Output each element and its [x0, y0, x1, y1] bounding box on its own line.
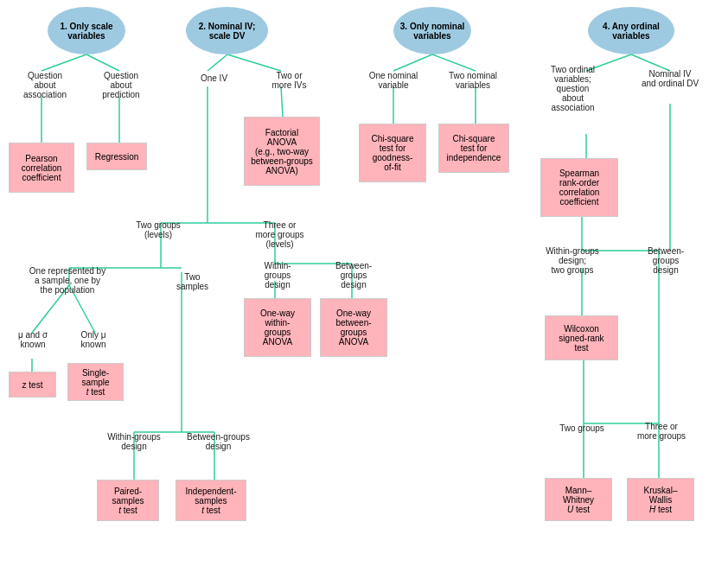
svg-line-5	[227, 54, 281, 71]
box-ow-within: One-waywithin-groupsANOVA	[244, 298, 311, 357]
chart-container: 1. Only scale variables 2. Nominal IV;sc…	[0, 0, 728, 579]
label-two-ordinal: Two ordinalvariables;questionaboutassoci…	[532, 65, 614, 112]
box-factorial-anova: FactorialANOVA(e.g., two-waybetween-grou…	[244, 117, 320, 186]
box-spearman: Spearmanrank-ordercorrelationcoefficient	[540, 158, 618, 217]
box-pearson: Pearsoncorrelationcoefficient	[9, 143, 74, 193]
box-wilcoxon: Wilcoxonsigned-ranktest	[545, 315, 618, 360]
box-regression: Regression	[86, 143, 147, 170]
box-chisq-ind: Chi-squaretest forindependence	[438, 124, 509, 173]
box-z-test: z test	[9, 372, 56, 398]
svg-line-0	[42, 54, 86, 71]
label-two-groups: Two groups(levels)	[124, 220, 193, 239]
label-two-grp-right: Two groups	[552, 423, 612, 433]
oval-3: 3. Only nominalvariables	[393, 7, 471, 54]
label-three-more-grp: Three ormore groups	[627, 422, 696, 441]
label-three-groups: Three ormore groups(levels)	[247, 220, 312, 249]
label-mu-only: Only μknown	[67, 330, 119, 349]
label-one-represented: One represented bya sample, one bythe po…	[16, 266, 119, 295]
box-single-t: Single-samplet test	[67, 363, 124, 401]
label-one-iv: One IV	[190, 73, 238, 83]
label-between-groups-design: Between-groupsdesign	[323, 261, 384, 290]
svg-line-6	[281, 86, 283, 117]
label-one-nominal: One nominalvariable	[359, 71, 428, 90]
box-independent: Independent-samplest test	[176, 480, 246, 521]
label-two-nominal: Two nominalvariables	[438, 71, 508, 90]
label-mu-sigma: μ and σknown	[7, 330, 59, 349]
label-between-groups-2: Between-groupsdesign	[177, 432, 259, 451]
svg-line-1	[86, 54, 119, 71]
oval-4: 4. Any ordinalvariables	[588, 7, 674, 54]
label-within-groups-design: Within-groupsdesign	[247, 261, 308, 290]
label-association: Questionaboutassociation	[10, 71, 80, 99]
svg-line-4	[208, 54, 227, 71]
label-prediction: Questionaboutprediction	[86, 71, 156, 99]
box-paired: Paired-samplest test	[97, 480, 159, 521]
box-kruskal: Kruskal–WallisH test	[627, 478, 694, 521]
label-within-groups-2: Within-groupsdesign	[95, 432, 173, 451]
svg-line-29	[432, 54, 476, 71]
box-ow-between: One-waybetween-groupsANOVA	[320, 298, 387, 357]
oval-1: 1. Only scale variables	[48, 7, 125, 54]
oval-2: 2. Nominal IV;scale DV	[186, 7, 268, 54]
box-mann-whitney: Mann–WhitneyU test	[545, 478, 612, 521]
box-chisq-gof: Chi-squaretest forgoodness-of-fit	[359, 124, 426, 182]
label-two-iv: Two ormore IVs	[261, 71, 317, 90]
label-between-design: Between-groupsdesign	[631, 246, 700, 275]
label-nominal-iv-ordinal-dv: Nominal IVand ordinal DV	[631, 69, 709, 88]
label-two-samples: Twosamples	[164, 272, 220, 291]
svg-line-28	[393, 54, 432, 71]
label-within-two-groups: Within-groupsdesign;two groups	[529, 246, 616, 275]
